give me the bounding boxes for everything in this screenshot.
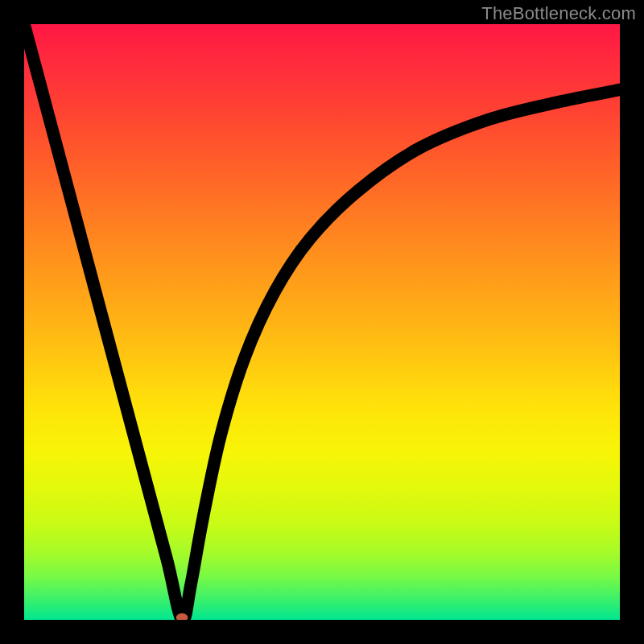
chart-frame: TheBottleneck.com <box>0 0 644 644</box>
bottleneck-curve <box>24 24 620 620</box>
curve-svg <box>24 24 620 620</box>
plot-area <box>24 24 620 620</box>
watermark-text: TheBottleneck.com <box>481 3 636 24</box>
